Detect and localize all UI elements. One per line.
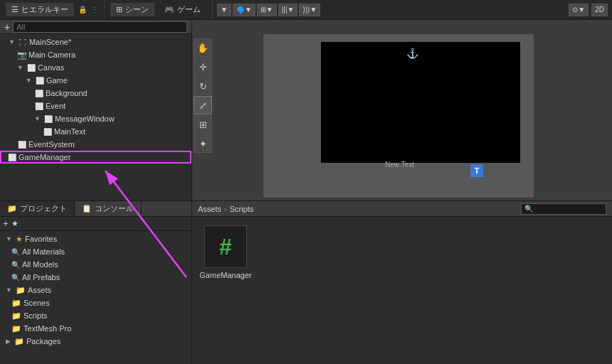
- layout-btn[interactable]: ⊞▼: [257, 4, 277, 16]
- folder-icon: 📁: [11, 324, 21, 333]
- hierarchy-tree: ▼ ⛶ MainScene* 📷 Main Camera ▼ ⬜ Canvas …: [0, 34, 191, 200]
- project-add-btn[interactable]: +: [3, 218, 9, 229]
- text-component-icon: T: [470, 164, 483, 177]
- hierarchy-search-input[interactable]: [13, 21, 187, 33]
- arrow-down-icon: ▼: [9, 38, 15, 46]
- 2d-btn[interactable]: 2D: [591, 4, 608, 16]
- tree-item-background[interactable]: ⬜ Background: [0, 87, 191, 100]
- main-content: + ▼ ⛶ MainScene* 📷 Main Camera ▼ ⬜ Canva…: [0, 20, 612, 200]
- arrow-down-icon: ▼: [17, 64, 23, 71]
- game-obj-icon: ⬜: [35, 75, 45, 85]
- project-star-btn[interactable]: ★: [11, 219, 19, 228]
- event-icon: ⬜: [34, 101, 44, 111]
- tree-item-messagewindow[interactable]: ▼ ⬜ MessageWindow: [0, 112, 191, 125]
- project-tab[interactable]: 📁 プロジェクト: [0, 201, 75, 216]
- anchor-icon: ⚓: [406, 48, 418, 59]
- folder-icon: 📁: [16, 286, 26, 295]
- hierarchy-search-bar: +: [0, 20, 191, 34]
- game-black-screen: [321, 42, 520, 163]
- tree-item-eventsystem[interactable]: ⬜ EventSystem: [0, 138, 191, 151]
- add-icon[interactable]: +: [4, 21, 10, 33]
- layers-btn[interactable]: ⊙▼: [569, 4, 589, 16]
- assets-content: Assets › Scripts 🔍 # GameManager: [192, 201, 612, 364]
- audio-btn[interactable]: )))▼: [299, 4, 320, 16]
- folder-icon: 📁: [11, 299, 21, 308]
- asset-item-gamemanager[interactable]: # GameManager: [201, 225, 250, 279]
- top-right-controls: ⊙▼ 2D: [569, 4, 612, 16]
- proj-favorites[interactable]: ▼ ★ Favorites: [0, 232, 191, 245]
- scene-game-tab-section: ⊞ シーン 🎮 ゲーム: [105, 0, 213, 19]
- hierarchy-panel: + ▼ ⛶ MainScene* 📷 Main Camera ▼ ⬜ Canva…: [0, 20, 192, 200]
- camera-icon: 📷: [17, 50, 27, 60]
- msgwin-icon: ⬜: [43, 114, 53, 124]
- folder-icon: 📁: [11, 311, 21, 321]
- arrow-down-icon: ▼: [6, 287, 12, 294]
- search-icon: 🔍: [11, 274, 20, 282]
- proj-allmaterials[interactable]: 🔍 All Materials: [0, 245, 191, 258]
- proj-assets[interactable]: ▼ 📁 Assets: [0, 284, 191, 296]
- view-mode-btn[interactable]: 🔷▼: [233, 4, 255, 16]
- folder-icon: 📁: [14, 337, 24, 346]
- search-icon: 🔍: [11, 248, 20, 256]
- scene-canvas[interactable]: ⚓ New Text T: [192, 20, 612, 200]
- assets-path-bar: Assets › Scripts 🔍: [192, 201, 612, 217]
- tree-item-gamemanager[interactable]: ⬜ GameManager: [0, 151, 191, 164]
- proj-packages[interactable]: ▶ 📁 Packages: [0, 335, 191, 348]
- star-icon: ★: [16, 235, 23, 244]
- project-actions: + ★: [0, 217, 191, 231]
- search-icon: 🔍: [524, 205, 533, 213]
- project-icon: 📁: [7, 204, 17, 213]
- tree-item-maincamera[interactable]: 📷 Main Camera: [0, 48, 191, 61]
- scene-view: ✋ ✛ ↻ ⤢ ⊞ ✦ ⚓ New Text T: [192, 20, 612, 200]
- tree-item-event[interactable]: ⬜ Event: [0, 100, 191, 112]
- game-tab[interactable]: 🎮 ゲーム: [159, 3, 206, 16]
- scene-toolbar: ▼ 🔷▼ ⊞▼ |||▼ )))▼: [213, 4, 325, 16]
- eventsys-icon: ⬜: [17, 139, 27, 149]
- asset-label-gamemanager: GameManager: [199, 271, 251, 279]
- gamemanager-icon: ⬜: [7, 152, 17, 162]
- search-icon: 🔍: [11, 261, 20, 269]
- arrow-right-icon: ▶: [6, 338, 11, 345]
- scene-grid-icon: ⊞: [116, 5, 122, 14]
- arrow-down-icon: ▼: [6, 235, 12, 242]
- tree-item-canvas[interactable]: ▼ ⬜ Canvas: [0, 61, 191, 74]
- canvas-icon: ⬜: [26, 63, 36, 73]
- proj-allprefabs[interactable]: 🔍 All Prefabs: [0, 271, 191, 284]
- tree-item-maintext[interactable]: ⬜ MainText: [0, 125, 191, 138]
- path-separator: ›: [224, 205, 227, 213]
- game-view-area: ⚓ New Text T: [263, 34, 534, 198]
- assets-search-bar[interactable]: 🔍: [521, 203, 606, 215]
- arrow-down-icon: ▼: [26, 77, 32, 84]
- transform-mode-btn[interactable]: ▼: [217, 4, 231, 16]
- assets-root-path[interactable]: Assets: [198, 205, 221, 213]
- lock-icon[interactable]: 🔒: [78, 6, 87, 14]
- bottom-tabs: 📁 プロジェクト 📋 コンソール: [0, 201, 191, 217]
- game-icon: 🎮: [164, 5, 174, 14]
- console-tab[interactable]: 📋 コンソール: [75, 201, 142, 216]
- arrow-down-icon: ▼: [34, 115, 41, 122]
- top-bar: ☰ ヒエラルキー 🔒 ⋮ ⊞ シーン 🎮 ゲーム ▼ 🔷▼ ⊞▼ |||▼ ))…: [0, 0, 612, 20]
- console-icon: 📋: [82, 204, 92, 213]
- menu-dots-icon[interactable]: ⋮: [91, 6, 98, 14]
- script-asset-icon: #: [204, 225, 247, 268]
- proj-allmodels[interactable]: 🔍 All Models: [0, 258, 191, 271]
- bottom-area: 📁 プロジェクト 📋 コンソール + ★ ▼ ★ Favorites 🔍 All…: [0, 200, 612, 364]
- proj-scripts[interactable]: 📁 Scripts: [0, 309, 191, 322]
- assets-child-path[interactable]: Scripts: [230, 205, 254, 213]
- scene-tab[interactable]: ⊞ シーン: [110, 3, 154, 16]
- proj-textmeshpro[interactable]: 📁 TextMesh Pro: [0, 322, 191, 335]
- hierarchy-tab[interactable]: ☰ ヒエラルキー: [6, 3, 74, 16]
- tree-item-game[interactable]: ▼ ⬜ Game: [0, 74, 191, 87]
- hierarchy-tab-section: ☰ ヒエラルキー 🔒 ⋮: [0, 0, 105, 19]
- proj-scenes[interactable]: 📁 Scenes: [0, 296, 191, 309]
- new-text-label: New Text: [385, 161, 414, 168]
- project-panel: 📁 プロジェクト 📋 コンソール + ★ ▼ ★ Favorites 🔍 All…: [0, 201, 192, 364]
- assets-grid: # GameManager: [192, 217, 612, 364]
- maintext-icon: ⬜: [43, 127, 53, 136]
- bg-icon: ⬜: [34, 88, 44, 98]
- scene-cube-icon: ⛶: [18, 37, 28, 47]
- gizmo-btn[interactable]: |||▼: [278, 4, 298, 16]
- project-tree: ▼ ★ Favorites 🔍 All Materials 🔍 All Mode…: [0, 231, 191, 364]
- hierarchy-icon: ☰: [11, 5, 19, 14]
- tree-item-mainscene[interactable]: ▼ ⛶ MainScene*: [0, 36, 191, 48]
